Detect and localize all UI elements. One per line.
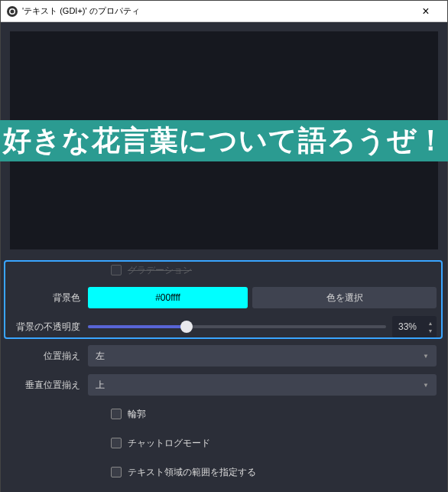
chevron-down-icon: ▼	[423, 382, 429, 389]
gradation-checkbox[interactable]	[111, 265, 122, 275]
bg-color-label: 背景色	[11, 292, 88, 305]
pick-color-button[interactable]: 色を選択	[252, 287, 437, 308]
chatlog-checkbox[interactable]	[111, 438, 122, 448]
outline-label: 輪郭	[128, 408, 146, 421]
extents-label: テキスト領域の範囲を指定する	[128, 466, 256, 479]
close-button[interactable]: ×	[411, 1, 441, 22]
bg-opacity-value: 33%	[398, 321, 426, 332]
preview-text: 好きな花言葉について語ろうぜ！	[0, 120, 448, 161]
align-select[interactable]: 左 ▼	[88, 345, 437, 367]
form-area: グラデーション 背景色 #00ffff 色を選択 背景の不透明度	[1, 259, 447, 492]
bg-opacity-slider[interactable]	[88, 324, 386, 329]
svg-point-1	[11, 9, 15, 13]
content-area: 好きな花言葉について語ろうぜ！ グラデーション 背景色 #00ffff 色を選択…	[1, 22, 447, 492]
valign-select[interactable]: 上 ▼	[88, 374, 437, 396]
align-label: 位置揃え	[11, 350, 88, 363]
gradation-label: グラデーション	[128, 264, 192, 277]
window-title: 'テキスト (GDI+)' のプロパティ	[22, 5, 411, 17]
bg-opacity-spinbox[interactable]: 33% ▲ ▼	[392, 316, 437, 337]
spin-down-icon[interactable]: ▼	[426, 327, 435, 334]
valign-label: 垂直位置揃え	[11, 379, 88, 392]
bg-color-swatch[interactable]: #00ffff	[88, 287, 248, 308]
bg-opacity-label: 背景の不透明度	[11, 321, 88, 334]
extents-checkbox[interactable]	[111, 467, 122, 477]
app-icon	[7, 6, 18, 17]
chevron-down-icon: ▼	[423, 353, 429, 360]
align-value: 左	[96, 350, 105, 363]
preview-pane: 好きな花言葉について語ろうぜ！	[10, 31, 438, 249]
spin-up-icon[interactable]: ▲	[426, 319, 435, 327]
properties-window: 'テキスト (GDI+)' のプロパティ × 好きな花言葉について語ろうぜ！ グ…	[0, 0, 448, 492]
titlebar: 'テキスト (GDI+)' のプロパティ ×	[1, 1, 447, 22]
chatlog-label: チャットログモード	[128, 437, 210, 450]
outline-checkbox[interactable]	[111, 409, 122, 419]
valign-value: 上	[96, 379, 105, 392]
